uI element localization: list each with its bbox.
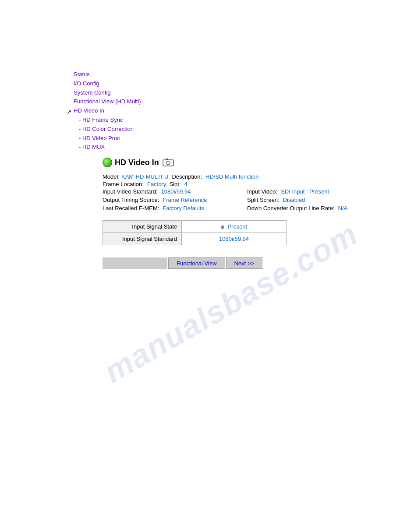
sidebar-item-functional-view[interactable]: Functional View (HD Multi) xyxy=(74,97,152,106)
sidebar-item-hd-video-in[interactable]: HD Video In xyxy=(74,106,152,116)
sidebar-item-hd-mux[interactable]: - HD MUX xyxy=(79,143,152,152)
status-led xyxy=(103,158,112,167)
table-row: Input Signal Standard 1080i/59.94 xyxy=(103,233,287,245)
frame-location-row: Frame Location: Factory , Slot: 4 xyxy=(103,181,387,187)
last-recalled-row: Last Recalled E-MEM: Factory Defaults Do… xyxy=(103,205,392,212)
input-signal-standard-label: Input Signal Standard xyxy=(103,233,182,245)
table-row: Input Signal State Present xyxy=(103,221,287,233)
output-timing-row: Output Timing Source: Frame Reference Sp… xyxy=(103,197,392,204)
svg-rect-2 xyxy=(166,159,168,160)
model-row: Model: KAM-HD-MULTI-U Description: HD/SD… xyxy=(103,173,387,180)
page-title: HD Video In xyxy=(115,158,159,167)
input-signal-state-label: Input Signal State xyxy=(103,221,182,233)
sidebar-item-io-config[interactable]: I/O Config xyxy=(74,79,152,88)
next-button[interactable]: Next >> xyxy=(226,257,263,269)
sidebar-item-hd-frame-sync[interactable]: - HD Frame Sync xyxy=(79,116,152,125)
signal-state-table: Input Signal State Present Input Signal … xyxy=(103,220,287,245)
video-standard-row: Input Video Standard: 1080i/59.94 Input … xyxy=(103,188,392,196)
btn-spacer xyxy=(103,257,167,269)
svg-rect-0 xyxy=(163,160,173,166)
sidebar-item-hd-color-correction[interactable]: - HD Color Correction xyxy=(79,125,152,134)
functional-view-button[interactable]: Functional View xyxy=(168,257,225,269)
camera-icon xyxy=(163,158,174,167)
sidebar-item-system-config[interactable]: System Config xyxy=(74,88,152,98)
input-signal-state-value: Present xyxy=(182,221,287,233)
svg-point-1 xyxy=(166,161,170,165)
current-indicator: ↗ xyxy=(67,109,71,115)
input-signal-standard-value: 1080i/59.94 xyxy=(182,233,287,245)
button-bar: Functional View Next >> xyxy=(103,257,387,269)
sidebar: Status I/O Config System Config Function… xyxy=(74,70,152,152)
status-dot xyxy=(221,225,224,229)
section-header: HD Video In xyxy=(103,158,387,167)
sidebar-item-hd-video-proc[interactable]: - HD Video Proc xyxy=(79,134,152,143)
sidebar-item-status[interactable]: Status xyxy=(74,70,152,79)
main-content: HD Video In Model: KAM-HD-MULTI-U Descri… xyxy=(103,158,387,269)
